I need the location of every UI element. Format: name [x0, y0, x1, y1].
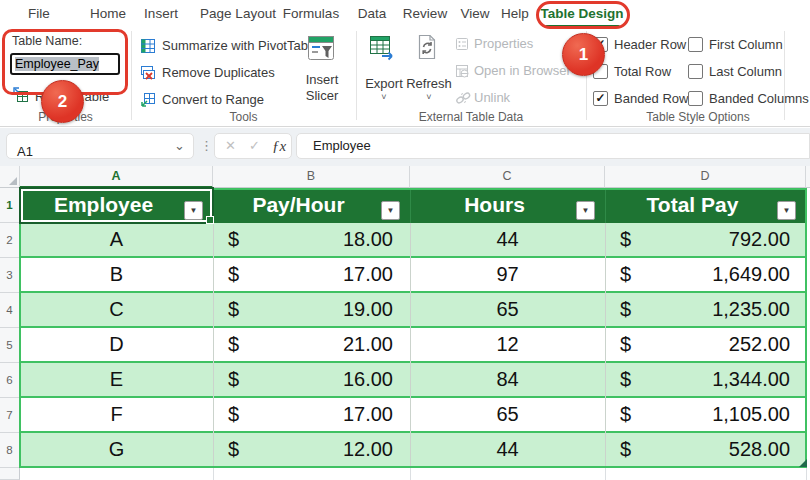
filter-dropdown-hours[interactable]: ▼ [576, 201, 595, 220]
last-column-checkbox[interactable] [688, 64, 703, 79]
table-row[interactable]: F $ 17.00 65 $ 1,105.00 [20, 398, 806, 433]
cell-hours[interactable]: 12 [410, 328, 605, 361]
first-column-checkbox[interactable] [688, 37, 703, 52]
table-style-options-group-label: Table Style Options [586, 110, 810, 124]
tab-table-design[interactable]: Table Design [540, 0, 623, 28]
cell-pay[interactable]: 17.00 [280, 258, 393, 291]
row-header-7[interactable]: 7 [0, 398, 20, 433]
currency-symbol: $ [228, 433, 239, 466]
header-cell-total-pay[interactable]: Total Pay [605, 188, 806, 223]
name-box-value: A1 [17, 139, 33, 165]
row-header-9-partial[interactable] [0, 468, 20, 480]
cell-pay[interactable]: 17.00 [280, 398, 393, 431]
select-all-button[interactable] [0, 166, 20, 188]
table-row[interactable]: C $ 19.00 65 $ 1,235.00 [20, 293, 806, 328]
tab-file[interactable]: File [28, 0, 50, 28]
cell-total[interactable]: 252.00 [640, 328, 790, 361]
tab-insert[interactable]: Insert [144, 0, 178, 28]
refresh-icon [413, 33, 441, 61]
row-header-8[interactable]: 8 [0, 433, 20, 468]
cell-employee[interactable]: A [20, 223, 213, 256]
tab-data[interactable]: Data [358, 0, 387, 28]
row-header-3[interactable]: 3 [0, 258, 20, 293]
currency-symbol: $ [228, 363, 239, 396]
table-name-input[interactable]: Employee_Pay [10, 53, 120, 75]
table-row[interactable]: B $ 17.00 97 $ 1,649.00 [20, 258, 806, 293]
formula-bar: A1 ⌄ ⋮ ✕ ✓ ƒx Employee [0, 128, 810, 166]
formula-input[interactable]: Employee [296, 133, 810, 159]
cell-total[interactable]: 1,105.00 [640, 398, 790, 431]
fill-handle[interactable] [206, 216, 214, 224]
summarize-pivottable-icon [140, 38, 156, 54]
row-header-2[interactable]: 2 [0, 223, 20, 258]
cell-total[interactable]: 792.00 [640, 223, 790, 256]
refresh-button[interactable]: Refresh [405, 76, 453, 91]
banded-columns-checkbox[interactable] [688, 91, 703, 106]
cell-hours[interactable]: 65 [410, 293, 605, 326]
gridline [605, 223, 606, 466]
tab-view[interactable]: View [460, 0, 489, 28]
cell-pay[interactable]: 16.00 [280, 363, 393, 396]
cell-employee[interactable]: F [20, 398, 213, 431]
table-row[interactable]: E $ 16.00 84 $ 1,344.00 [20, 363, 806, 398]
tab-home[interactable]: Home [90, 0, 126, 28]
column-header-d[interactable]: D [605, 166, 806, 188]
cell-hours[interactable]: 44 [410, 433, 605, 466]
convert-to-range-button[interactable]: Convert to Range [162, 92, 264, 107]
cancel-icon[interactable]: ✕ [225, 134, 236, 158]
insert-slicer-button[interactable]: Insert [290, 72, 354, 87]
export-button[interactable]: Export [360, 76, 408, 91]
formula-bar-more-icon[interactable]: ⋮ [200, 138, 213, 153]
cell-hours[interactable]: 84 [410, 363, 605, 396]
cell-total[interactable]: 1,649.00 [640, 258, 790, 291]
summarize-with-pivottable-button[interactable]: Summarize with PivotTable [162, 38, 318, 53]
cell-employee[interactable]: E [20, 363, 213, 396]
filter-dropdown-employee[interactable]: ▼ [184, 201, 203, 220]
cell-employee[interactable]: C [20, 293, 213, 326]
cell-hours[interactable]: 44 [410, 223, 605, 256]
enter-icon[interactable]: ✓ [249, 134, 260, 158]
cell-pay[interactable]: 21.00 [280, 328, 393, 361]
currency-symbol: $ [620, 433, 631, 466]
cell-pay[interactable]: 18.00 [280, 223, 393, 256]
cell-hours[interactable]: 65 [410, 398, 605, 431]
table-row[interactable]: G $ 12.00 44 $ 528.00 [20, 433, 806, 468]
filter-dropdown-pay-hour[interactable]: ▼ [381, 201, 400, 220]
remove-duplicates-button[interactable]: Remove Duplicates [162, 65, 275, 80]
currency-symbol: $ [228, 398, 239, 431]
cell-pay[interactable]: 19.00 [280, 293, 393, 326]
cell-hours[interactable]: 97 [410, 258, 605, 291]
cell-total[interactable]: 528.00 [640, 433, 790, 466]
unlink-icon [455, 91, 471, 105]
name-box-chevron-icon[interactable]: ⌄ [174, 134, 185, 158]
table-row[interactable]: A $ 18.00 44 $ 792.00 [20, 223, 806, 258]
filter-dropdown-total-pay[interactable]: ▼ [777, 201, 796, 220]
cell-employee[interactable]: B [20, 258, 213, 291]
name-box[interactable]: A1 ⌄ [6, 133, 194, 159]
column-header-c[interactable]: C [410, 166, 605, 188]
table-row[interactable]: D $ 21.00 12 $ 252.00 [20, 328, 806, 363]
convert-to-range-icon [140, 92, 156, 108]
row-header-1[interactable]: 1 [0, 188, 20, 223]
cell-total[interactable]: 1,344.00 [640, 363, 790, 396]
row-header-6[interactable]: 6 [0, 363, 20, 398]
insert-function-icon[interactable]: ƒx [272, 134, 286, 158]
tab-help[interactable]: Help [501, 0, 529, 28]
export-dropdown-chevron-icon[interactable]: ˅ [360, 92, 408, 102]
column-header-b[interactable]: B [213, 166, 410, 188]
table-resize-handle[interactable] [799, 459, 807, 467]
column-header-a[interactable]: A [20, 166, 213, 188]
tab-review[interactable]: Review [403, 0, 447, 28]
tab-formulas[interactable]: Formulas [283, 0, 339, 28]
row-header-5[interactable]: 5 [0, 328, 20, 363]
banded-rows-checkbox[interactable]: ✓ [593, 91, 608, 106]
table-name-label: Table Name: [12, 34, 82, 48]
row-header-4[interactable]: 4 [0, 293, 20, 328]
insert-slicer-button-line2[interactable]: Slicer [290, 88, 354, 103]
cell-pay[interactable]: 12.00 [280, 433, 393, 466]
cell-employee[interactable]: G [20, 433, 213, 466]
refresh-dropdown-chevron-icon[interactable]: ˅ [405, 92, 453, 102]
cell-employee[interactable]: D [20, 328, 213, 361]
tab-page-layout[interactable]: Page Layout [200, 0, 276, 28]
cell-total[interactable]: 1,235.00 [640, 293, 790, 326]
